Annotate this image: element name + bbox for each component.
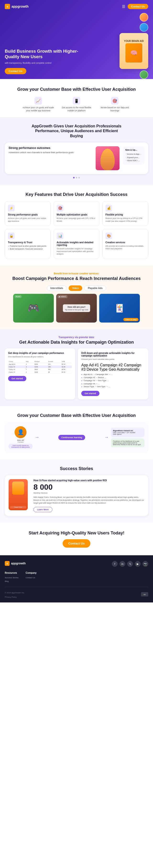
learn-more-button[interactable]: Learn More bbox=[34, 507, 52, 512]
carousel-right-list: Access to App... Expand your... Direct S… bbox=[125, 153, 142, 162]
td-camp-0: App Ad #1 bbox=[8, 363, 25, 366]
insight-item-1: Campaign #2 → Device ... bbox=[81, 376, 145, 379]
ml-arrow-right: → bbox=[104, 435, 109, 440]
td-budget-1: $150 bbox=[34, 366, 47, 368]
td-cpm-3: $1.50 bbox=[61, 371, 72, 374]
phone-emoji: 🧠 bbox=[130, 50, 138, 56]
feature-card-0: ⚡ Strong performance goals Achieve your … bbox=[5, 201, 51, 226]
footer-privacy[interactable]: Privacy Policy bbox=[5, 596, 17, 598]
tag-3[interactable]: Device Type bbox=[86, 367, 108, 371]
footer-copyright: © 2024 AppGrowth Inc. bbox=[5, 592, 25, 594]
feature-card-3: 🔒 Transparency & Trust Publisher level &… bbox=[5, 229, 51, 259]
boost-title: Boost Campaign Performance & Reach Incre… bbox=[5, 276, 148, 281]
section-boost: Benefit from in-house creative services:… bbox=[0, 266, 153, 329]
features-title: Key Features that Drive User Acquisition… bbox=[5, 192, 148, 197]
carousel-content: Strong performance outcomes Advertisers … bbox=[5, 143, 148, 174]
hero-phone-mockup: YOUR BRAIN AID 🧠 bbox=[119, 33, 148, 69]
carousel-dot-0[interactable] bbox=[73, 177, 75, 178]
social-youtube[interactable]: ▶ bbox=[135, 561, 141, 567]
ml-algo-label: Algorithms trained on: bbox=[113, 430, 133, 432]
data-card-2-sub: Choose your most valuable data points. bbox=[81, 358, 145, 361]
tag-1[interactable]: Campaign #2 bbox=[100, 363, 123, 367]
avatar-3 bbox=[140, 70, 148, 79]
footer-link-contact[interactable]: Contact Us bbox=[26, 576, 37, 580]
social-linkedin[interactable]: in bbox=[119, 561, 125, 567]
user-icon-large: 👤 bbox=[14, 426, 27, 438]
tab-interstitials[interactable]: Interstitials bbox=[47, 285, 67, 291]
carousel-left: Strong performance outcomes Advertisers … bbox=[9, 146, 92, 154]
td-day-0: 4 bbox=[25, 363, 34, 366]
tab-playable[interactable]: Playable Ads bbox=[84, 285, 106, 291]
table-header-row: Camp. Day Budget Installs CPM bbox=[8, 360, 72, 363]
grow-features-row: 📈 Achieve your UA goals and scale your m… bbox=[7, 97, 146, 112]
fc-body-2: Reduce your risk by billing on a CPI or … bbox=[106, 217, 145, 222]
th-installs: Installs bbox=[47, 360, 61, 363]
insight-item-3: Campaign #4 → ... bbox=[81, 382, 145, 385]
fc-title-2: Flexible pricing bbox=[106, 213, 145, 216]
feature-card-1: 🎯 Multiple optimization goals Achieve yo… bbox=[53, 201, 100, 226]
feature-card-2: 💰 Flexible pricing Reduce your risk by b… bbox=[102, 201, 148, 226]
social-instagram[interactable]: 📷 bbox=[143, 561, 148, 567]
fc-title-4: Actionable insights and detailed reporti… bbox=[56, 241, 97, 246]
carousel-right-item-2: Direct SDK / ... bbox=[125, 159, 142, 162]
footer-links: Resources Success Stories Blog Company C… bbox=[5, 571, 148, 583]
data-card-1-sub: One dashboard to access all your metrics… bbox=[8, 355, 72, 358]
data-title: Get Actionable Data Insights for Campaig… bbox=[5, 340, 148, 345]
tag-0[interactable]: App Ad #1 bbox=[81, 363, 99, 367]
video-inner-box: How old are you? Tap below to test your … bbox=[63, 304, 90, 312]
fc-list-3: Publisher level & other granular data po… bbox=[8, 245, 47, 250]
section-data: Transparency via granular data: Get Acti… bbox=[0, 329, 153, 406]
td-cpm-2: $2.50 bbox=[61, 368, 72, 371]
feature-card-4: 📊 Actionable insights and detailed repor… bbox=[53, 229, 100, 259]
hero-image-area: YOUR BRAIN AID 🧠 bbox=[82, 13, 148, 79]
th-budget: Budget bbox=[34, 360, 47, 363]
story-content: How X-Flow started acquiring high-value … bbox=[34, 479, 144, 512]
section-cta: Start Acquiring High-Quality New Users T… bbox=[0, 523, 153, 555]
user-label: Hub, AZ bbox=[9, 439, 33, 441]
ml-prediction-text: Prediction of the likelihood of a user p… bbox=[113, 440, 141, 445]
table-row-highlight: Camp. #2 2 $150 180 $1.80 bbox=[8, 366, 72, 368]
tag-4[interactable]: Geo bbox=[109, 367, 116, 371]
footer-link-blog[interactable]: Blog bbox=[5, 580, 18, 583]
carousel-dot-2[interactable] bbox=[78, 177, 80, 178]
insight-list: App Ad #1 → Campaign 344 → ... Campaign … bbox=[81, 373, 145, 389]
ad-preview-img-1: How old are you? Tap below to test your … bbox=[56, 294, 97, 322]
social-twitter[interactable]: 𝕏 bbox=[127, 561, 133, 567]
hero-cta-button[interactable]: Contact Us bbox=[5, 68, 26, 74]
tab-video[interactable]: Video bbox=[69, 285, 82, 291]
cta-main-button[interactable]: Contact Us bbox=[63, 539, 90, 548]
ads-tabs: Interstitials Video Playable Ads bbox=[5, 285, 148, 291]
cta-title: Start Acquiring High-Quality New Users T… bbox=[5, 530, 148, 536]
feature-icon-2: 🎯 bbox=[111, 97, 119, 105]
td-inst-3: 98 bbox=[47, 371, 61, 374]
hamburger-icon[interactable]: ☰ bbox=[122, 4, 125, 9]
carousel-right-panel: New & Up... Access to App... Expand your… bbox=[123, 146, 144, 165]
footer-social: f in 𝕏 ▶ 📷 bbox=[112, 561, 148, 567]
footer-col-resources-list: Success Stories Blog bbox=[5, 576, 18, 583]
ad-badge-0: PLAY bbox=[14, 295, 22, 298]
ad-game-emoji: 🎮 bbox=[28, 303, 39, 314]
tag-5[interactable]: Automatically bbox=[117, 367, 139, 371]
insight-item-2: Campaign #3 → Geo Type ... bbox=[81, 379, 145, 382]
feature-text-0: Achieve your UA goals and scale your mob… bbox=[22, 106, 55, 112]
data-card-1-cta[interactable]: Get started bbox=[8, 376, 26, 381]
ad-cta-label[interactable]: Click to play bbox=[123, 318, 139, 321]
footer-col-resources-title: Resources bbox=[5, 571, 18, 574]
th-cpm: CPM bbox=[61, 360, 72, 363]
fc-title-5: Creative services bbox=[106, 241, 145, 244]
carousel-image bbox=[95, 146, 119, 170]
td-budget-3: $100 bbox=[34, 371, 47, 374]
ml-arrow-left: → bbox=[35, 435, 39, 440]
social-facebook[interactable]: f bbox=[112, 561, 118, 567]
fc-icon-0: ⚡ bbox=[8, 205, 14, 211]
ad-preview-video: How old are you? Tap below to test your … bbox=[56, 294, 97, 322]
data-card-2-cta[interactable]: Get started bbox=[81, 391, 100, 396]
ad-preview-interstitial: 🎮 PLAY bbox=[13, 294, 54, 322]
ad-preview-img-0: 🎮 PLAY bbox=[13, 294, 54, 322]
hero-content: Build Business Growth with Higher-Qualit… bbox=[5, 13, 148, 79]
avatar-2 bbox=[140, 23, 148, 32]
footer-link-success-stories[interactable]: Success Stories bbox=[5, 576, 18, 580]
nav-contact-button[interactable]: Contact Us bbox=[128, 4, 148, 9]
td-day-1: 2 bbox=[25, 366, 34, 368]
carousel-dot-1[interactable] bbox=[76, 177, 77, 178]
